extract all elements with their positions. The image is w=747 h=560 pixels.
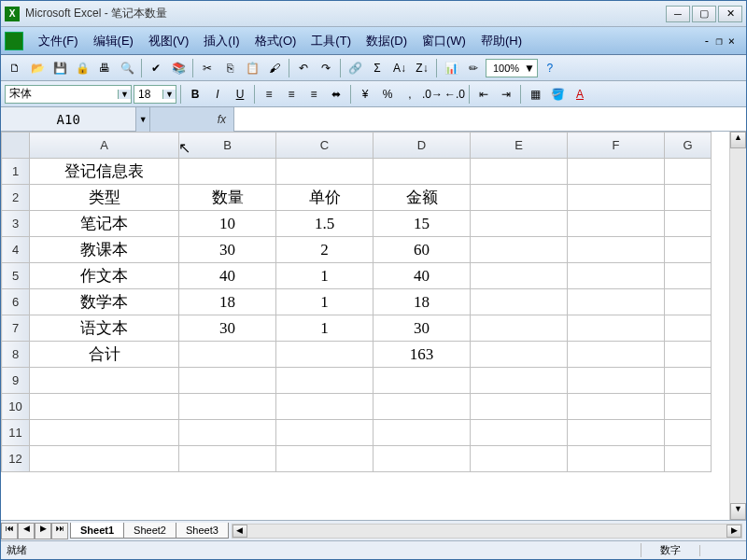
name-box-input[interactable] xyxy=(1,112,135,127)
cell-G7[interactable] xyxy=(665,315,712,342)
cell-B4[interactable]: 30 xyxy=(179,237,276,263)
scroll-up-icon[interactable]: ▲ xyxy=(730,132,746,148)
cell-A8[interactable]: 合计 xyxy=(30,342,179,368)
undo-icon[interactable]: ↶ xyxy=(293,58,314,78)
cell-E4[interactable] xyxy=(471,237,568,263)
sheet-tab-2[interactable]: Sheet2 xyxy=(123,523,176,539)
increase-indent-icon[interactable]: ⇥ xyxy=(496,84,516,105)
sort-desc-icon[interactable]: Z↓ xyxy=(412,58,432,78)
row-header-8[interactable]: 8 xyxy=(2,342,30,368)
cell-C9[interactable] xyxy=(276,368,374,394)
doc-minimize-button[interactable]: - xyxy=(703,35,710,48)
cell-F11[interactable] xyxy=(568,420,665,446)
row-header-2[interactable]: 2 xyxy=(2,185,30,211)
cell-D1[interactable] xyxy=(374,159,471,185)
chevron-down-icon[interactable]: ▼ xyxy=(135,107,149,132)
cell-A2[interactable]: 类型 xyxy=(30,185,179,211)
chevron-down-icon[interactable]: ▼ xyxy=(524,62,535,75)
preview-icon[interactable]: 🔍 xyxy=(117,58,137,78)
cell-C7[interactable]: 1 xyxy=(276,315,374,342)
bold-icon[interactable]: B xyxy=(185,84,205,105)
vertical-scrollbar[interactable]: ▲ ▼ xyxy=(729,132,746,520)
cell-A6[interactable]: 数学本 xyxy=(30,289,179,315)
cell-D12[interactable] xyxy=(374,446,471,472)
comma-icon[interactable]: , xyxy=(400,84,420,105)
cell-D3[interactable]: 15 xyxy=(374,211,471,237)
underline-icon[interactable]: U xyxy=(230,84,250,105)
chart-icon[interactable]: 📊 xyxy=(441,58,461,78)
col-header-B[interactable]: B xyxy=(179,133,276,159)
cell-C8[interactable] xyxy=(276,342,374,368)
tab-last-icon[interactable]: ⏭ xyxy=(51,523,68,539)
cell-B3[interactable]: 10 xyxy=(179,211,276,237)
cell-G12[interactable] xyxy=(665,446,712,472)
col-header-F[interactable]: F xyxy=(568,133,665,159)
cell-G9[interactable] xyxy=(665,368,712,394)
cell-E1[interactable] xyxy=(471,159,568,185)
col-header-A[interactable]: A xyxy=(30,133,179,159)
cell-E9[interactable] xyxy=(471,368,568,394)
cell-B7[interactable]: 30 xyxy=(179,315,276,342)
font-combo[interactable]: ▼ xyxy=(5,85,132,104)
cell-D5[interactable]: 40 xyxy=(374,263,471,289)
font-color-icon[interactable]: A xyxy=(570,84,590,105)
cell-D4[interactable]: 60 xyxy=(374,237,471,263)
cell-G11[interactable] xyxy=(665,420,712,446)
cell-D11[interactable] xyxy=(374,420,471,446)
row-header-6[interactable]: 6 xyxy=(2,289,30,315)
cell-C12[interactable] xyxy=(276,446,374,472)
help-icon[interactable]: ? xyxy=(540,58,560,78)
cell-B11[interactable] xyxy=(179,420,276,446)
cell-C3[interactable]: 1.5 xyxy=(276,211,374,237)
cell-E10[interactable] xyxy=(471,394,568,420)
cell-C4[interactable]: 2 xyxy=(276,237,374,263)
menu-insert[interactable]: 插入(I) xyxy=(196,29,247,53)
minimize-button[interactable]: ─ xyxy=(666,6,690,22)
scroll-left-icon[interactable]: ◀ xyxy=(233,525,247,538)
doc-close-button[interactable]: × xyxy=(728,35,735,48)
cell-E5[interactable] xyxy=(471,263,568,289)
cell-F8[interactable] xyxy=(568,342,665,368)
menu-window[interactable]: 窗口(W) xyxy=(415,29,473,53)
save-icon[interactable]: 💾 xyxy=(49,58,70,78)
currency-icon[interactable]: ¥ xyxy=(355,84,375,105)
row-header-3[interactable]: 3 xyxy=(2,211,30,237)
size-combo[interactable]: ▼ xyxy=(134,85,176,104)
cell-F5[interactable] xyxy=(568,263,665,289)
cell-G5[interactable] xyxy=(665,263,712,289)
font-input[interactable] xyxy=(6,88,118,101)
col-header-C[interactable]: C xyxy=(276,133,374,159)
cell-F12[interactable] xyxy=(568,446,665,472)
align-center-icon[interactable]: ≡ xyxy=(281,84,302,105)
italic-icon[interactable]: I xyxy=(207,84,228,105)
cell-B12[interactable] xyxy=(179,446,276,472)
cell-B8[interactable] xyxy=(179,342,276,368)
cell-C1[interactable] xyxy=(276,159,374,185)
cell-C6[interactable]: 1 xyxy=(276,289,374,315)
close-button[interactable]: ✕ xyxy=(718,6,742,22)
tab-prev-icon[interactable]: ◀ xyxy=(18,523,35,539)
cell-C10[interactable] xyxy=(276,394,374,420)
new-icon[interactable]: 🗋 xyxy=(5,58,25,78)
col-header-D[interactable]: D xyxy=(374,133,471,159)
menu-tools[interactable]: 工具(T) xyxy=(303,29,359,53)
drawing-icon[interactable]: ✏ xyxy=(463,58,484,78)
fill-color-icon[interactable]: 🪣 xyxy=(547,84,568,105)
cell-A1[interactable]: 登记信息表 xyxy=(30,159,179,185)
cell-E3[interactable] xyxy=(471,211,568,237)
cell-A11[interactable] xyxy=(30,420,179,446)
cell-A9[interactable] xyxy=(30,368,179,394)
cell-A5[interactable]: 作文本 xyxy=(30,263,179,289)
cell-B5[interactable]: 40 xyxy=(179,263,276,289)
chevron-down-icon[interactable]: ▼ xyxy=(162,90,176,99)
horizontal-scrollbar[interactable]: ◀ ▶ xyxy=(232,524,742,539)
cell-F4[interactable] xyxy=(568,237,665,263)
maximize-button[interactable]: ▢ xyxy=(692,6,716,22)
align-right-icon[interactable]: ≡ xyxy=(303,84,324,105)
cell-E7[interactable] xyxy=(471,315,568,342)
align-left-icon[interactable]: ≡ xyxy=(259,84,279,105)
cut-icon[interactable]: ✂ xyxy=(197,58,218,78)
merge-icon[interactable]: ⬌ xyxy=(326,84,346,105)
cell-C2[interactable]: 单价 xyxy=(276,185,374,211)
cell-A4[interactable]: 教课本 xyxy=(30,237,179,263)
